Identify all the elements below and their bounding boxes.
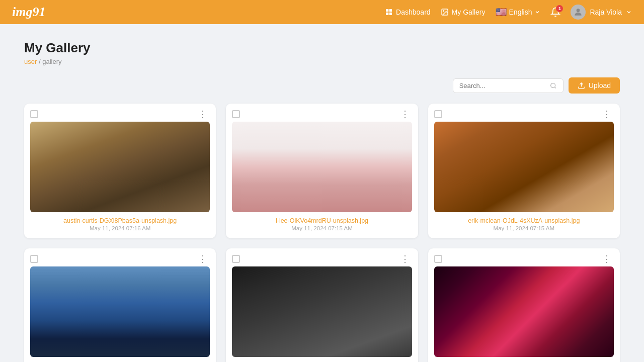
my-gallery-nav-item[interactable]: My Gallery bbox=[441, 8, 486, 16]
gallery-card: ⋮ and-machines-Qa3iix7QVRa-unsplash.jpg … bbox=[428, 248, 620, 362]
search-icon bbox=[550, 82, 556, 89]
svg-rect-3 bbox=[389, 13, 392, 15]
gallery-card: ⋮ austin-curtis-DGXi8Pbas5a-unsplash.jpg… bbox=[24, 104, 216, 238]
user-name: Raja Viola bbox=[590, 8, 622, 16]
svg-point-6 bbox=[577, 9, 580, 12]
breadcrumb-separator: / bbox=[39, 58, 41, 65]
card-image bbox=[30, 122, 210, 212]
card-header: ⋮ bbox=[226, 104, 418, 122]
card-image bbox=[232, 122, 412, 212]
chevron-down-icon bbox=[534, 9, 540, 15]
notification-badge: 1 bbox=[556, 5, 563, 12]
dashboard-nav-item[interactable]: Dashboard bbox=[385, 8, 431, 16]
card-image-wrap bbox=[226, 266, 418, 357]
breadcrumb: user / gallery bbox=[24, 58, 620, 65]
card-footer: allison-saeng-dKmwpcvaQ3a-unsplash.jpg M… bbox=[226, 357, 418, 362]
card-menu-button[interactable]: ⋮ bbox=[600, 253, 614, 264]
card-image bbox=[434, 122, 614, 212]
card-date: May 11, 2024 07:15 AM bbox=[434, 225, 614, 231]
svg-rect-0 bbox=[386, 9, 388, 12]
card-footer: neeraj-pramanik-RVDnPmc0Inc-unsplash.jpg… bbox=[24, 357, 216, 362]
user-menu[interactable]: Raja Viola bbox=[571, 5, 632, 20]
card-menu-button[interactable]: ⋮ bbox=[196, 253, 210, 264]
user-avatar-icon bbox=[573, 7, 583, 17]
gallery-card: ⋮ allison-saeng-dKmwpcvaQ3a-unsplash.jpg… bbox=[226, 248, 418, 362]
card-checkbox[interactable] bbox=[232, 110, 240, 118]
card-header: ⋮ bbox=[428, 104, 620, 122]
card-footer: i-lee-OlKVo4mrdRU-unsplash.jpg May 11, 2… bbox=[226, 212, 418, 238]
gallery-card: ⋮ erik-mclean-OJdL-4sXUzA-unsplash.jpg M… bbox=[428, 104, 620, 238]
card-image bbox=[30, 266, 210, 357]
header: img91 Dashboard My Gallery 🇺🇸 English 1 bbox=[0, 0, 644, 24]
card-checkbox[interactable] bbox=[434, 110, 442, 118]
toolbar: Upload bbox=[24, 77, 620, 94]
search-input[interactable] bbox=[459, 82, 546, 89]
gallery-icon bbox=[441, 8, 449, 16]
app-logo: img91 bbox=[12, 5, 45, 20]
card-menu-button[interactable]: ⋮ bbox=[398, 253, 412, 264]
svg-point-7 bbox=[551, 83, 555, 87]
card-footer: erik-mclean-OJdL-4sXUzA-unsplash.jpg May… bbox=[428, 212, 620, 238]
svg-point-5 bbox=[443, 11, 444, 12]
card-footer: and-machines-Qa3iix7QVRa-unsplash.jpg Ma… bbox=[428, 357, 620, 362]
card-menu-button[interactable]: ⋮ bbox=[600, 109, 614, 120]
language-label: English bbox=[509, 8, 532, 16]
card-checkbox[interactable] bbox=[30, 110, 38, 118]
card-footer: austin-curtis-DGXi8Pbas5a-unsplash.jpg M… bbox=[24, 212, 216, 238]
breadcrumb-user[interactable]: user bbox=[24, 58, 37, 65]
card-image-wrap bbox=[428, 266, 620, 357]
card-header: ⋮ bbox=[24, 104, 216, 122]
breadcrumb-gallery: gallery bbox=[42, 58, 61, 65]
avatar bbox=[571, 5, 586, 20]
card-filename: erik-mclean-OJdL-4sXUzA-unsplash.jpg bbox=[434, 217, 614, 224]
card-menu-button[interactable]: ⋮ bbox=[398, 109, 412, 120]
dashboard-label: Dashboard bbox=[396, 8, 431, 16]
user-chevron-icon bbox=[626, 9, 632, 15]
search-box bbox=[453, 78, 564, 93]
svg-line-8 bbox=[555, 87, 556, 88]
upload-icon bbox=[578, 82, 585, 89]
card-filename: austin-curtis-DGXi8Pbas5a-unsplash.jpg bbox=[30, 217, 210, 224]
card-menu-button[interactable]: ⋮ bbox=[196, 109, 210, 120]
card-image-wrap bbox=[24, 266, 216, 357]
header-nav: Dashboard My Gallery 🇺🇸 English 1 bbox=[385, 5, 632, 20]
main-content: My Gallery user / gallery Upload ⋮ bbox=[0, 24, 644, 362]
card-header: ⋮ bbox=[226, 248, 418, 266]
upload-button[interactable]: Upload bbox=[569, 77, 620, 94]
flag-icon: 🇺🇸 bbox=[496, 7, 507, 18]
card-date: May 11, 2024 07:15 AM bbox=[232, 225, 412, 231]
card-header: ⋮ bbox=[24, 248, 216, 266]
card-image-wrap bbox=[24, 122, 216, 212]
svg-rect-2 bbox=[386, 13, 388, 15]
notification-button[interactable]: 1 bbox=[550, 7, 560, 17]
card-image-wrap bbox=[226, 122, 418, 212]
card-date: May 11, 2024 07:16 AM bbox=[30, 225, 210, 231]
my-gallery-label: My Gallery bbox=[452, 8, 486, 16]
gallery-grid: ⋮ austin-curtis-DGXi8Pbas5a-unsplash.jpg… bbox=[24, 104, 620, 362]
dashboard-icon bbox=[385, 8, 393, 16]
card-filename: i-lee-OlKVo4mrdRU-unsplash.jpg bbox=[232, 217, 412, 224]
gallery-card: ⋮ i-lee-OlKVo4mrdRU-unsplash.jpg May 11,… bbox=[226, 104, 418, 238]
card-image bbox=[434, 266, 614, 357]
svg-rect-1 bbox=[389, 9, 392, 12]
gallery-card: ⋮ neeraj-pramanik-RVDnPmc0Inc-unsplash.j… bbox=[24, 248, 216, 362]
card-checkbox[interactable] bbox=[30, 255, 38, 263]
card-header: ⋮ bbox=[428, 248, 620, 266]
page-title: My Gallery bbox=[24, 40, 620, 56]
card-image-wrap bbox=[428, 122, 620, 212]
language-selector[interactable]: 🇺🇸 English bbox=[496, 7, 541, 18]
upload-label: Upload bbox=[589, 81, 611, 89]
card-checkbox[interactable] bbox=[434, 255, 442, 263]
card-image bbox=[232, 266, 412, 357]
card-checkbox[interactable] bbox=[232, 255, 240, 263]
